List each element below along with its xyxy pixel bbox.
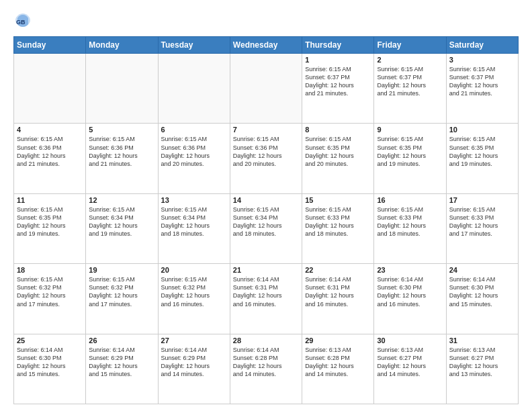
day-info: Sunrise: 6:15 AM Sunset: 6:35 PM Dayligh…	[449, 135, 515, 168]
day-info: Sunrise: 6:14 AM Sunset: 6:29 PM Dayligh…	[89, 346, 154, 379]
day-cell	[86, 54, 158, 124]
day-cell: 7Sunrise: 6:15 AM Sunset: 6:36 PM Daylig…	[230, 124, 302, 193]
day-number: 18	[17, 266, 83, 274]
day-cell: 12Sunrise: 6:15 AM Sunset: 6:34 PM Dayli…	[86, 193, 158, 263]
day-info: Sunrise: 6:15 AM Sunset: 6:32 PM Dayligh…	[161, 275, 227, 308]
day-info: Sunrise: 6:15 AM Sunset: 6:37 PM Dayligh…	[449, 65, 515, 98]
weekday-wednesday: Wednesday	[230, 37, 302, 54]
day-number: 13	[161, 196, 227, 204]
day-info: Sunrise: 6:15 AM Sunset: 6:33 PM Dayligh…	[449, 205, 515, 238]
day-info: Sunrise: 6:15 AM Sunset: 6:36 PM Dayligh…	[17, 135, 83, 168]
day-cell: 25Sunrise: 6:14 AM Sunset: 6:30 PM Dayli…	[14, 334, 86, 404]
day-number: 17	[449, 196, 515, 204]
day-cell: 29Sunrise: 6:13 AM Sunset: 6:28 PM Dayli…	[302, 334, 374, 404]
day-cell: 24Sunrise: 6:14 AM Sunset: 6:30 PM Dayli…	[446, 264, 518, 334]
day-cell: 22Sunrise: 6:14 AM Sunset: 6:31 PM Dayli…	[302, 264, 374, 334]
day-info: Sunrise: 6:15 AM Sunset: 6:34 PM Dayligh…	[233, 205, 299, 238]
weekday-saturday: Saturday	[446, 37, 518, 54]
day-info: Sunrise: 6:13 AM Sunset: 6:27 PM Dayligh…	[449, 346, 515, 379]
day-info: Sunrise: 6:15 AM Sunset: 6:37 PM Dayligh…	[377, 65, 443, 98]
day-info: Sunrise: 6:15 AM Sunset: 6:35 PM Dayligh…	[305, 135, 371, 168]
day-number: 12	[89, 196, 154, 204]
day-number: 21	[233, 266, 299, 274]
day-info: Sunrise: 6:14 AM Sunset: 6:31 PM Dayligh…	[305, 275, 371, 308]
day-info: Sunrise: 6:15 AM Sunset: 6:35 PM Dayligh…	[17, 205, 83, 238]
day-info: Sunrise: 6:15 AM Sunset: 6:32 PM Dayligh…	[17, 275, 83, 308]
day-number: 4	[17, 126, 83, 134]
day-number: 3	[449, 56, 515, 64]
day-cell: 31Sunrise: 6:13 AM Sunset: 6:27 PM Dayli…	[446, 334, 518, 404]
day-number: 7	[233, 126, 299, 134]
day-cell	[230, 54, 302, 124]
week-row-3: 18Sunrise: 6:15 AM Sunset: 6:32 PM Dayli…	[14, 264, 519, 334]
day-number: 28	[233, 336, 299, 345]
day-info: Sunrise: 6:14 AM Sunset: 6:30 PM Dayligh…	[377, 275, 443, 308]
day-cell: 27Sunrise: 6:14 AM Sunset: 6:29 PM Dayli…	[158, 334, 230, 404]
day-cell: 20Sunrise: 6:15 AM Sunset: 6:32 PM Dayli…	[158, 264, 230, 334]
day-info: Sunrise: 6:14 AM Sunset: 6:31 PM Dayligh…	[233, 275, 299, 308]
day-info: Sunrise: 6:14 AM Sunset: 6:28 PM Dayligh…	[233, 346, 299, 379]
day-cell: 10Sunrise: 6:15 AM Sunset: 6:35 PM Dayli…	[446, 124, 518, 193]
day-number: 2	[377, 56, 443, 64]
svg-text:GB: GB	[16, 19, 26, 26]
weekday-header-row: SundayMondayTuesdayWednesdayThursdayFrid…	[14, 37, 519, 54]
day-info: Sunrise: 6:15 AM Sunset: 6:35 PM Dayligh…	[377, 135, 443, 168]
day-info: Sunrise: 6:13 AM Sunset: 6:27 PM Dayligh…	[377, 346, 443, 379]
day-cell: 8Sunrise: 6:15 AM Sunset: 6:35 PM Daylig…	[302, 124, 374, 193]
day-cell: 13Sunrise: 6:15 AM Sunset: 6:34 PM Dayli…	[158, 193, 230, 263]
day-info: Sunrise: 6:15 AM Sunset: 6:36 PM Dayligh…	[233, 135, 299, 168]
weekday-tuesday: Tuesday	[158, 37, 230, 54]
day-cell: 2Sunrise: 6:15 AM Sunset: 6:37 PM Daylig…	[374, 54, 446, 124]
weekday-sunday: Sunday	[14, 37, 86, 54]
weekday-monday: Monday	[86, 37, 158, 54]
day-info: Sunrise: 6:15 AM Sunset: 6:36 PM Dayligh…	[161, 135, 227, 168]
weekday-friday: Friday	[374, 37, 446, 54]
day-cell: 3Sunrise: 6:15 AM Sunset: 6:37 PM Daylig…	[446, 54, 518, 124]
day-cell: 18Sunrise: 6:15 AM Sunset: 6:32 PM Dayli…	[14, 264, 86, 334]
day-number: 6	[161, 126, 227, 134]
day-number: 8	[305, 126, 371, 134]
calendar-table: SundayMondayTuesdayWednesdayThursdayFrid…	[13, 36, 519, 404]
day-number: 22	[305, 266, 371, 274]
day-info: Sunrise: 6:14 AM Sunset: 6:30 PM Dayligh…	[17, 346, 83, 379]
day-number: 16	[377, 196, 443, 204]
day-number: 23	[377, 266, 443, 274]
day-cell: 9Sunrise: 6:15 AM Sunset: 6:35 PM Daylig…	[374, 124, 446, 193]
day-cell: 26Sunrise: 6:14 AM Sunset: 6:29 PM Dayli…	[86, 334, 158, 404]
day-info: Sunrise: 6:15 AM Sunset: 6:33 PM Dayligh…	[377, 205, 443, 238]
day-info: Sunrise: 6:15 AM Sunset: 6:32 PM Dayligh…	[89, 275, 154, 308]
day-cell: 15Sunrise: 6:15 AM Sunset: 6:33 PM Dayli…	[302, 193, 374, 263]
day-cell: 5Sunrise: 6:15 AM Sunset: 6:36 PM Daylig…	[86, 124, 158, 193]
day-number: 9	[377, 126, 443, 134]
day-number: 24	[449, 266, 515, 274]
day-info: Sunrise: 6:13 AM Sunset: 6:28 PM Dayligh…	[305, 346, 371, 379]
day-cell: 11Sunrise: 6:15 AM Sunset: 6:35 PM Dayli…	[14, 193, 86, 263]
day-number: 31	[449, 336, 515, 345]
day-cell: 16Sunrise: 6:15 AM Sunset: 6:33 PM Dayli…	[374, 193, 446, 263]
day-number: 1	[305, 56, 371, 64]
day-cell: 14Sunrise: 6:15 AM Sunset: 6:34 PM Dayli…	[230, 193, 302, 263]
day-cell	[14, 54, 86, 124]
day-info: Sunrise: 6:15 AM Sunset: 6:37 PM Dayligh…	[305, 65, 371, 98]
day-info: Sunrise: 6:15 AM Sunset: 6:34 PM Dayligh…	[161, 205, 227, 238]
week-row-0: 1Sunrise: 6:15 AM Sunset: 6:37 PM Daylig…	[14, 54, 519, 124]
day-number: 26	[89, 336, 154, 345]
day-number: 29	[305, 336, 371, 345]
logo-icon: GB	[13, 11, 32, 30]
day-number: 25	[17, 336, 83, 345]
day-cell: 23Sunrise: 6:14 AM Sunset: 6:30 PM Dayli…	[374, 264, 446, 334]
day-cell: 30Sunrise: 6:13 AM Sunset: 6:27 PM Dayli…	[374, 334, 446, 404]
page: GB SundayMondayTuesdayWednesdayThursdayF…	[0, 0, 532, 411]
day-info: Sunrise: 6:14 AM Sunset: 6:30 PM Dayligh…	[449, 275, 515, 308]
day-number: 20	[161, 266, 227, 274]
day-number: 14	[233, 196, 299, 204]
day-number: 15	[305, 196, 371, 204]
day-cell: 4Sunrise: 6:15 AM Sunset: 6:36 PM Daylig…	[14, 124, 86, 193]
day-info: Sunrise: 6:15 AM Sunset: 6:33 PM Dayligh…	[305, 205, 371, 238]
day-number: 11	[17, 196, 83, 204]
day-number: 27	[161, 336, 227, 345]
logo-area: GB	[13, 11, 35, 30]
day-number: 19	[89, 266, 154, 274]
day-cell: 21Sunrise: 6:14 AM Sunset: 6:31 PM Dayli…	[230, 264, 302, 334]
day-cell: 19Sunrise: 6:15 AM Sunset: 6:32 PM Dayli…	[86, 264, 158, 334]
